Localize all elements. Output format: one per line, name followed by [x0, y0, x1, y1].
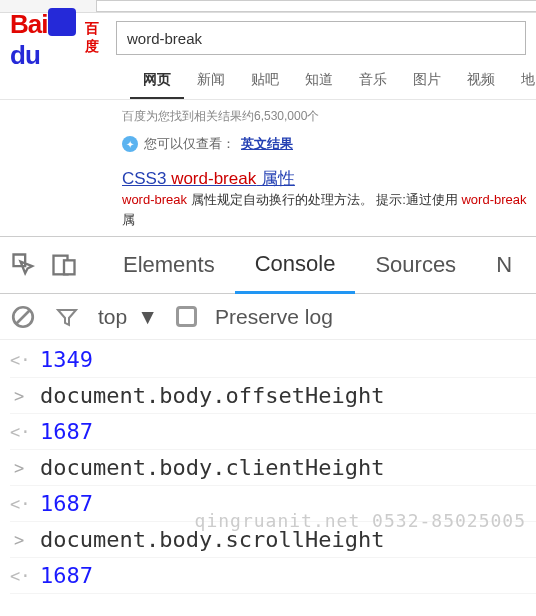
clear-console-icon[interactable] — [10, 304, 36, 330]
snippet-kw2: word-break — [461, 192, 526, 207]
console-in: >document.body.offsetHeight — [10, 378, 536, 414]
tab-image[interactable]: 图片 — [400, 65, 454, 99]
console-value: 1349 — [40, 347, 93, 372]
in-arrow-icon: > — [10, 458, 28, 478]
tab-news[interactable]: 新闻 — [184, 65, 238, 99]
svg-line-3 — [17, 310, 30, 323]
console-value: 1687 — [40, 419, 93, 444]
result-count: 百度为您找到相关结果约6,530,000个 — [122, 108, 536, 125]
out-arrow-icon: <· — [10, 422, 28, 442]
results-area: 百度为您找到相关结果约6,530,000个 ✦ 您可以仅查看： 英文结果 CSS… — [0, 100, 536, 229]
filter-icon[interactable] — [54, 304, 80, 330]
title-post: 属性 — [256, 169, 295, 188]
in-arrow-icon: > — [10, 386, 28, 406]
tab-video[interactable]: 视频 — [454, 65, 508, 99]
devtools-panel: Elements Console Sources N top ▼ Preserv… — [0, 236, 536, 616]
tab-tieba[interactable]: 贴吧 — [238, 65, 292, 99]
console-output[interactable]: <·1349 >document.body.offsetHeight <·168… — [0, 340, 536, 594]
device-icon[interactable] — [44, 237, 84, 294]
console-value: 1687 — [40, 563, 93, 588]
title-pre: CSS3 — [122, 169, 171, 188]
console-out: <·1687 — [10, 414, 536, 450]
result-snippet: word-break 属性规定自动换行的处理方法。 提示:通过使用 word-b… — [122, 190, 536, 229]
url-bar[interactable] — [96, 0, 536, 12]
devtools-tab-sources[interactable]: Sources — [355, 237, 476, 294]
in-arrow-icon: > — [10, 530, 28, 550]
svg-rect-1 — [64, 260, 75, 274]
chevron-down-icon: ▼ — [137, 305, 158, 329]
search-header: Baidu百度 — [0, 13, 536, 61]
context-select[interactable]: top ▼ — [98, 305, 158, 329]
result-title[interactable]: CSS3 word-break 属性 — [122, 169, 295, 188]
devtools-tab-more[interactable]: N — [476, 237, 532, 294]
console-out: <·1349 — [10, 342, 536, 378]
out-arrow-icon: <· — [10, 494, 28, 514]
tab-zhidao[interactable]: 知道 — [292, 65, 346, 99]
console-in: >document.body.clientHeight — [10, 450, 536, 486]
console-out: <·1687 — [10, 558, 536, 594]
suggest-prefix: 您可以仅查看： — [144, 135, 235, 153]
snippet-tail: 属 — [122, 212, 135, 227]
console-expr: document.body.offsetHeight — [40, 383, 384, 408]
tab-music[interactable]: 音乐 — [346, 65, 400, 99]
suggest-link[interactable]: 英文结果 — [241, 135, 293, 153]
snippet-mid: 属性规定自动换行的处理方法。 提示:通过使用 — [187, 192, 461, 207]
preserve-log-checkbox[interactable] — [176, 306, 197, 327]
devtools-tabs: Elements Console Sources N — [0, 237, 536, 294]
devtools-tab-console[interactable]: Console — [235, 237, 356, 294]
title-kw: word-break — [171, 169, 256, 188]
context-label: top — [98, 305, 127, 329]
baidu-logo[interactable]: Baidu百度 — [10, 21, 106, 55]
inspect-icon[interactable] — [4, 237, 44, 294]
tab-map[interactable]: 地图 — [508, 65, 536, 99]
preserve-log-label: Preserve log — [215, 305, 333, 329]
globe-icon: ✦ — [122, 136, 138, 152]
console-value: 1687 — [40, 491, 93, 516]
suggest-row: ✦ 您可以仅查看： 英文结果 — [122, 135, 536, 153]
watermark: qingruanit.net 0532-85025005 — [195, 510, 526, 531]
console-toolbar: top ▼ Preserve log — [0, 294, 536, 340]
out-arrow-icon: <· — [10, 566, 28, 586]
devtools-tab-elements[interactable]: Elements — [103, 237, 235, 294]
search-input[interactable] — [116, 21, 526, 55]
out-arrow-icon: <· — [10, 350, 28, 370]
browser-chrome — [0, 0, 536, 13]
tab-web[interactable]: 网页 — [130, 65, 184, 99]
search-result: CSS3 word-break 属性 word-break 属性规定自动换行的处… — [122, 167, 536, 229]
console-expr: document.body.clientHeight — [40, 455, 384, 480]
snippet-kw: word-break — [122, 192, 187, 207]
